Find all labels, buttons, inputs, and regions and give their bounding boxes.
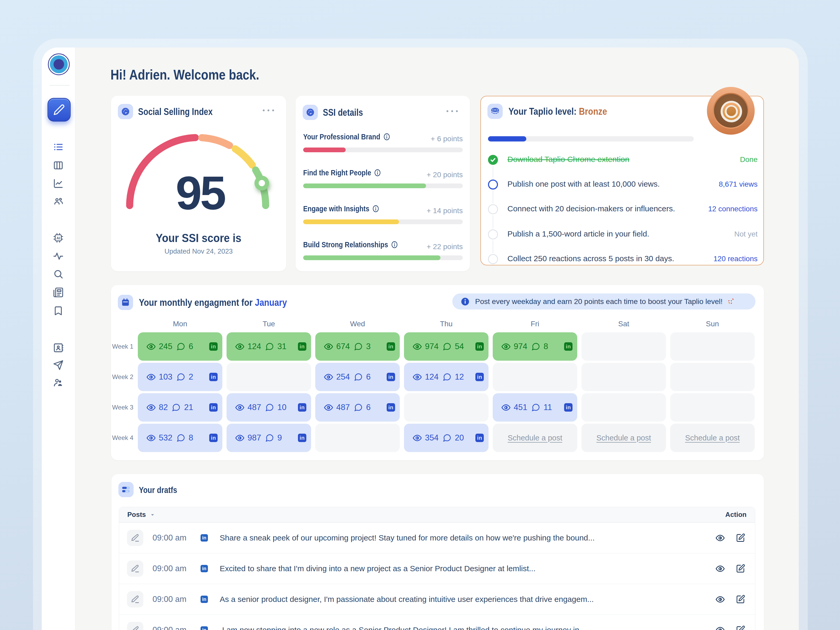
svg-text:AI: AI — [57, 236, 60, 240]
svg-text:95: 95 — [175, 166, 225, 219]
